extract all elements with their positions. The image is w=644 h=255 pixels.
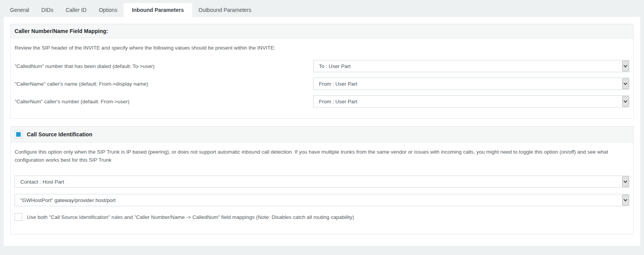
gwhostport-select-value: "GWHostPort" gateway/provider host/port [20, 197, 116, 203]
tab-outbound-parameters[interactable]: Outbound Parameters [192, 3, 258, 17]
callednum-select[interactable]: To : User Part [313, 60, 629, 72]
call-source-panel-title: Call Source Identification [27, 131, 92, 137]
chevron-down-icon [622, 195, 629, 205]
field-row-callername: "CallerName" caller's name (default: Fro… [15, 78, 629, 90]
call-source-description: Configure this option only when the SIP … [15, 142, 629, 164]
callername-label: "CallerName" caller's name (default: Fro… [15, 81, 313, 87]
field-row-callednum: "CalledNum" number that has been dialed … [15, 60, 629, 72]
tab-general[interactable]: General [4, 3, 35, 17]
chevron-down-icon [622, 78, 629, 89]
callernum-label: "CallerNum" caller's number (default: Fr… [15, 99, 313, 104]
tab-inbound-parameters[interactable]: Inbound Parameters [124, 3, 192, 17]
callednum-label: "CalledNum" number that has been dialed … [15, 63, 313, 69]
gwhostport-select[interactable]: "GWHostPort" gateway/provider host/port [15, 194, 629, 206]
call-source-enabled-checkbox[interactable] [15, 131, 22, 138]
tab-caller-id[interactable]: Caller ID [59, 3, 92, 17]
field-mapping-panel-header: Caller Number/Name Field Mapping: [11, 24, 633, 38]
contact-host-select[interactable]: Contact : Host Part [15, 176, 629, 188]
callernum-select-value: From : User Part [319, 99, 357, 104]
callername-select-value: From : User Part [319, 81, 357, 87]
use-both-checkbox[interactable] [15, 213, 22, 221]
tab-dids[interactable]: DIDs [35, 3, 59, 17]
field-mapping-description: Review the SIP header of the INVITE and … [15, 38, 629, 51]
content-card: Caller Number/Name Field Mapping: Review… [4, 17, 640, 246]
field-mapping-panel: Caller Number/Name Field Mapping: Review… [10, 24, 634, 119]
contact-host-select-value: Contact : Host Part [20, 179, 64, 185]
use-both-row: Use both "Call Source Identification" ru… [15, 213, 629, 234]
chevron-down-icon [622, 96, 629, 107]
field-mapping-panel-title: Caller Number/Name Field Mapping: [15, 28, 108, 34]
callednum-select-value: To : User Part [319, 63, 351, 69]
use-both-label: Use both "Call Source Identification" ru… [27, 214, 354, 220]
tab-bar: General DIDs Caller ID Options Inbound P… [0, 0, 644, 17]
callername-select[interactable]: From : User Part [313, 78, 629, 90]
chevron-down-icon [622, 176, 629, 187]
callernum-select[interactable]: From : User Part [313, 95, 629, 108]
call-source-panel-header: Call Source Identification [11, 127, 633, 142]
tab-options[interactable]: Options [92, 3, 123, 17]
call-source-panel: Call Source Identification Configure thi… [10, 126, 634, 234]
chevron-down-icon [622, 61, 629, 71]
field-row-callernum: "CallerNum" caller's number (default: Fr… [15, 95, 629, 108]
